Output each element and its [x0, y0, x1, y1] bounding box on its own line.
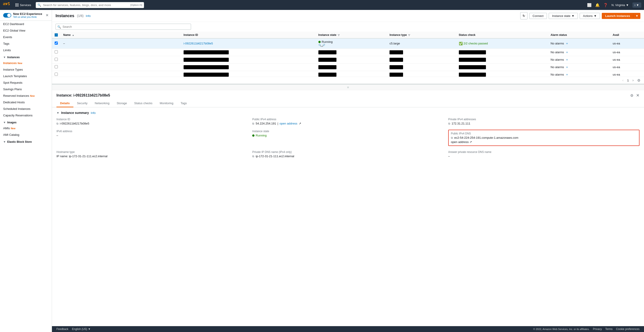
bell-icon[interactable]: 🔔: [595, 3, 600, 7]
next-page-button[interactable]: ›: [631, 78, 635, 83]
sidebar-item-savings-plans[interactable]: Savings Plans: [0, 86, 52, 92]
row-checkbox[interactable]: [52, 63, 60, 71]
terminal-icon[interactable]: ⬜: [587, 3, 592, 7]
launch-instances-caret[interactable]: ▼: [634, 13, 640, 19]
detail-settings-button[interactable]: ⚙: [630, 93, 634, 98]
privacy-link[interactable]: Privacy: [593, 328, 602, 331]
table-row[interactable]: No alarms ＋ us-ea: [52, 48, 644, 56]
sort-icon[interactable]: ▲: [72, 34, 74, 36]
help-icon[interactable]: ❓: [603, 3, 608, 7]
actions-button[interactable]: Actions ▼: [580, 13, 600, 19]
checkbox-all[interactable]: –: [55, 33, 58, 36]
field-value-instance-id: ⧉ i-0922611b6217b08e5: [56, 122, 248, 125]
tab-networking[interactable]: Networking: [91, 100, 113, 107]
open-address-link[interactable]: open address: [451, 140, 469, 144]
feedback-link[interactable]: Feedback: [56, 328, 68, 331]
sidebar-section-ebs: ▼ Elastic Block Store: [0, 138, 52, 144]
new-ec2-toggle[interactable]: [3, 13, 11, 17]
services-menu-button[interactable]: Services: [14, 2, 33, 8]
add-alarm-icon[interactable]: ＋: [566, 41, 568, 46]
row-checkbox[interactable]: [52, 71, 60, 77]
row-status-check: [456, 71, 548, 77]
language-selector[interactable]: English (US) ▼: [72, 328, 91, 331]
tab-details[interactable]: Details: [56, 100, 74, 107]
table-preferences-button[interactable]: ⚙: [637, 78, 640, 83]
row-state: Running 🔍🔎: [316, 38, 387, 48]
drag-handle[interactable]: ≡: [52, 85, 644, 90]
info-link[interactable]: Info: [86, 14, 91, 17]
row-instance-id: [181, 56, 316, 63]
tab-status-checks[interactable]: Status checks: [130, 100, 156, 107]
add-alarm-icon[interactable]: ＋: [566, 73, 568, 77]
tab-tags[interactable]: Tags: [177, 100, 190, 107]
sidebar-item-ec2-dashboard[interactable]: EC2 Dashboard: [0, 21, 52, 27]
sidebar-item-events[interactable]: Events: [0, 34, 52, 40]
open-address-link[interactable]: open address: [280, 122, 298, 125]
sidebar-item-ec2-global-view[interactable]: EC2 Global View: [0, 27, 52, 34]
sidebar-item-instances[interactable]: InstancesNew: [0, 60, 52, 66]
sidebar-item-spot-requests[interactable]: Spot Requests: [0, 79, 52, 86]
field-value-public-ipv4: ⧉ 54.224.254.191 | open address ↗: [252, 122, 444, 125]
sidebar-item-tags[interactable]: Tags: [0, 40, 52, 47]
copy-icon[interactable]: ⧉: [448, 122, 450, 125]
sidebar-item-amis[interactable]: AMIsNew: [0, 125, 52, 132]
field-label-ipv6: IPv6 address: [56, 130, 248, 133]
row-status-check: ✅ 2/2 checks passed: [456, 38, 548, 48]
sidebar-item-dedicated-hosts[interactable]: Dedicated Hosts: [0, 99, 52, 106]
sidebar-item-instance-types[interactable]: Instance Types: [0, 66, 52, 73]
new-badge: New: [18, 62, 22, 64]
table-search-bar[interactable]: 🔍: [56, 24, 191, 30]
instance-state-button[interactable]: Instance state ▼: [549, 13, 578, 19]
row-instance-id: [181, 71, 316, 77]
row-type: [387, 56, 456, 63]
filter-icon[interactable]: ▽: [338, 34, 340, 36]
region-selector[interactable]: N. Virginia ▼: [612, 3, 629, 7]
instance-summary-info-link[interactable]: Info: [91, 111, 96, 115]
copy-icon[interactable]: ⧉: [252, 122, 254, 125]
sidebar-item-capacity-reservations[interactable]: Capacity Reservations: [0, 112, 52, 119]
field-instance-id: Instance ID ⧉ i-0922611b6217b08e5: [56, 118, 248, 125]
row-checkbox[interactable]: [52, 38, 60, 48]
table-row[interactable]: No alarms ＋ us-ea: [52, 63, 644, 71]
toggle-knob: [7, 13, 11, 17]
sidebar-item-reserved-instances[interactable]: Reserved InstancesNew: [0, 92, 52, 99]
filter-icon[interactable]: ▽: [408, 34, 410, 36]
global-search-input[interactable]: [36, 2, 144, 8]
external-link-icon: ↗: [470, 140, 472, 144]
sidebar-item-limits[interactable]: Limits: [0, 47, 52, 53]
sidebar-item-launch-templates[interactable]: Launch Templates: [0, 73, 52, 79]
tab-security[interactable]: Security: [74, 100, 91, 107]
row-checkbox[interactable]: [52, 56, 60, 63]
prev-page-button[interactable]: ‹: [621, 78, 625, 83]
row-checkbox[interactable]: [52, 48, 60, 56]
sidebar-close-button[interactable]: ✕: [46, 13, 48, 17]
row-type: c5.large: [387, 38, 456, 48]
sidebar-item-ami-catalog[interactable]: AMI Catalog: [0, 132, 52, 138]
add-alarm-icon[interactable]: ＋: [566, 65, 568, 69]
table-search-input[interactable]: [56, 24, 191, 30]
row-availability: us-ea: [610, 63, 644, 71]
new-ec2-subtitle[interactable]: Tell us what you think: [13, 15, 42, 18]
refresh-button[interactable]: ↻: [520, 12, 528, 19]
footer-left: Feedback English (US) ▼: [56, 328, 90, 331]
user-menu-button[interactable]: i ▼: [632, 2, 641, 8]
table-row[interactable]: No alarms ＋ us-ea: [52, 71, 644, 77]
cookie-link[interactable]: Cookie preferences: [616, 328, 640, 331]
copy-icon[interactable]: ⧉: [252, 155, 254, 158]
copy-icon[interactable]: ⧉: [451, 136, 453, 139]
terms-link[interactable]: Terms: [605, 328, 612, 331]
launch-instances-button[interactable]: Launch instances: [602, 13, 634, 19]
instances-table-wrapper: – Name ▲ Instance ID Insta: [52, 31, 644, 84]
table-row[interactable]: No alarms ＋ us-ea: [52, 56, 644, 63]
sidebar-item-scheduled-instances[interactable]: Scheduled Instances: [0, 106, 52, 112]
global-search-bar[interactable]: 🔍 [Option+S]: [36, 2, 144, 8]
copy-icon[interactable]: ⧉: [56, 122, 58, 125]
add-alarm-icon[interactable]: ＋: [566, 58, 568, 62]
detail-close-button[interactable]: ✕: [636, 93, 640, 98]
panel-title: Instances: [56, 13, 74, 18]
connect-button[interactable]: Connect: [529, 13, 547, 19]
tab-storage[interactable]: Storage: [113, 100, 131, 107]
tab-monitoring[interactable]: Monitoring: [156, 100, 177, 107]
add-alarm-icon[interactable]: ＋: [566, 50, 568, 54]
table-row[interactable]: – i-0922611b6217b08e5 Running 🔍🔎: [52, 38, 644, 48]
